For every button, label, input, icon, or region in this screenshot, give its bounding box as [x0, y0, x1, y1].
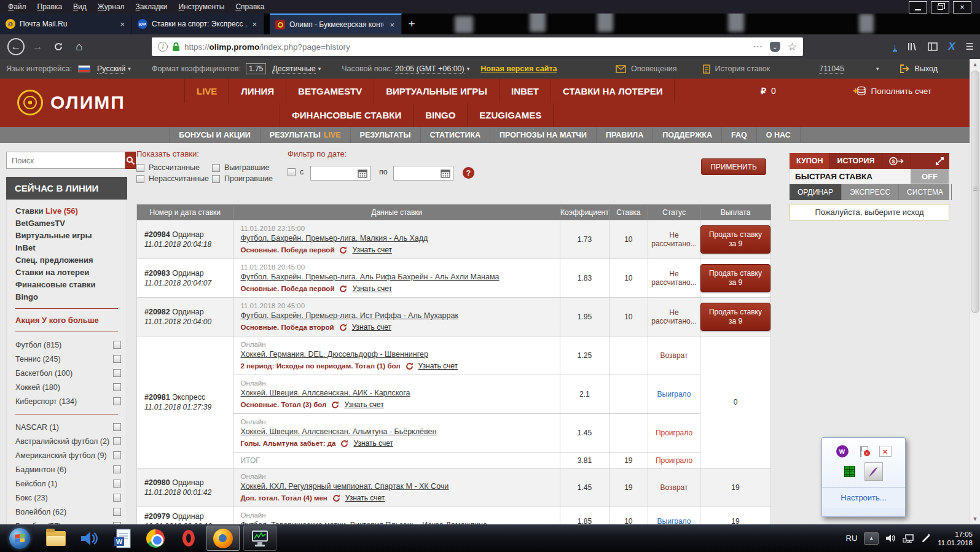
extension-x-icon[interactable]: X [948, 41, 955, 53]
menubar-item-инструменты[interactable]: Инструменты [173, 1, 230, 12]
back-button[interactable]: ← [5, 34, 27, 59]
taskbar-opera[interactable] [172, 524, 205, 552]
event-link[interactable]: Хоккей. Швеция. Аллсвенскан. АИК - Карлс… [240, 389, 410, 397]
subnav-прогнозы-на-матчи[interactable]: ПРОГНОЗЫ НА МАТЧИ [490, 127, 597, 143]
know-score-link[interactable]: Узнать счет [352, 323, 391, 332]
taskbar-explorer[interactable] [39, 524, 73, 552]
feather-pen-icon[interactable] [864, 462, 883, 481]
taskbar-chrome[interactable] [139, 524, 172, 552]
forward-button[interactable]: → [28, 34, 47, 59]
checkbox[interactable] [212, 175, 220, 183]
subnav-результаты[interactable]: РЕЗУЛЬТАТЫ [351, 127, 421, 143]
configure-link[interactable]: Настроить... [822, 488, 905, 508]
sidebar-toggle-icon[interactable] [928, 42, 938, 52]
library-icon[interactable] [907, 42, 917, 52]
search-button[interactable] [125, 152, 136, 169]
main-nav-live[interactable]: LIVE [184, 79, 229, 103]
green-grid-icon[interactable] [844, 466, 855, 477]
tab-coupon[interactable]: КУПОН [790, 153, 830, 169]
sidebar-link[interactable]: Bingo [7, 290, 127, 303]
subnav-поддержка[interactable]: ПОДДЕРЖКА [653, 127, 722, 143]
downloads-icon[interactable]: ↓ [893, 42, 898, 52]
url-bar[interactable]: i https://olimp.promo/index.php?page=his… [152, 37, 803, 56]
expand-icon[interactable] [935, 157, 949, 166]
know-score-link[interactable]: Узнать счет [344, 400, 383, 409]
sidebar-link[interactable]: Финансовые ставки [7, 278, 127, 290]
sport-link[interactable]: Австралийский футбол (2) [15, 437, 109, 446]
sidebar-link[interactable]: InBet [7, 241, 127, 254]
minimize-button[interactable] [909, 1, 927, 14]
refresh-icon[interactable] [332, 494, 340, 502]
taskbar-firefox-active[interactable] [206, 526, 240, 551]
taskbar-volume-app[interactable] [73, 524, 106, 552]
date-from-input[interactable] [310, 166, 370, 181]
browser-tab[interactable]: КФСтавки на спорт: Экспресс , О× [132, 14, 264, 34]
restore-button[interactable] [931, 1, 949, 14]
sport-link[interactable]: Футбол (815) [15, 341, 61, 349]
know-score-link[interactable]: Узнать счет [345, 494, 385, 502]
sell-bet-button[interactable]: Продать ставку за 9 [700, 303, 770, 331]
language-select[interactable]: Русский [97, 64, 125, 74]
main-nav-bingo[interactable]: BINGO [414, 103, 468, 127]
page-scrollbar[interactable]: ▲ ▼ [970, 59, 980, 524]
sport-link[interactable]: Хоккей (180) [15, 383, 60, 392]
tray-show-hidden-icons[interactable]: ▲ [864, 532, 879, 545]
reload-button[interactable] [49, 34, 68, 59]
new-tab-button[interactable]: + [402, 14, 421, 34]
subnav-статистика[interactable]: СТАТИСТИКА [421, 127, 491, 143]
sell-bet-button[interactable]: Продать ставку за 9 [700, 225, 770, 254]
know-score-link[interactable]: Узнать счет [353, 439, 393, 448]
sidebar-link[interactable]: Спец. предложения [7, 254, 127, 266]
main-nav-линия[interactable]: ЛИНИЯ [229, 79, 286, 103]
bookmark-star-icon[interactable]: ☆ [788, 41, 797, 53]
home-button[interactable]: ⌂ [70, 34, 88, 59]
refresh-icon[interactable] [340, 440, 348, 448]
menu-hamburger-icon[interactable]: ☰ [966, 41, 974, 52]
apply-button[interactable]: ПРИМЕНИТЬ [701, 158, 766, 175]
subnav-бонусы-и-акции[interactable]: БОНУСЫ И АКЦИИ [169, 127, 260, 143]
checkbox[interactable] [113, 383, 121, 391]
logout-link[interactable]: Выход [915, 64, 938, 73]
know-score-link[interactable]: Узнать счет [352, 246, 391, 254]
coupon-type-ординар[interactable]: ОРДИНАР [790, 184, 842, 200]
subnav-результаты[interactable]: РЕЗУЛЬТАТЫLIVE [261, 127, 351, 143]
subnav-faq[interactable]: FAQ [722, 127, 757, 143]
main-nav-betgamestv[interactable]: BETGAMESTV [286, 79, 374, 103]
olimp-logo[interactable]: ОЛИМП [17, 90, 125, 115]
checkbox[interactable] [136, 164, 144, 172]
event-link[interactable]: Хоккей. КХЛ. Регулярный чемпионат. Спарт… [240, 482, 449, 491]
deposit-button[interactable]: Пополнить счет [853, 79, 931, 103]
search-input[interactable] [6, 152, 125, 169]
checkbox[interactable] [113, 451, 121, 459]
checkbox[interactable] [113, 355, 121, 363]
menubar-item-вид[interactable]: Вид [68, 1, 92, 12]
refresh-icon[interactable] [339, 246, 347, 254]
menubar-item-закладки[interactable]: Закладки [130, 1, 173, 12]
tray-language[interactable]: RU [846, 534, 858, 543]
event-link[interactable]: Футбол. Бахрейн. Премьер-лига. Ист Риффа… [240, 311, 458, 320]
main-nav-ставки-на-лотереи[interactable]: СТАВКИ НА ЛОТЕРЕИ [551, 79, 675, 103]
date-to-input[interactable] [393, 166, 453, 181]
sell-bet-button[interactable]: Продать ставку за 9 [700, 264, 770, 292]
filter-unsettled[interactable]: Нерассчитанные [136, 174, 209, 183]
sport-link[interactable]: Киберспорт (134) [15, 397, 77, 406]
sport-link[interactable]: Теннис (245) [15, 355, 61, 363]
sport-link[interactable]: Американский футбол (9) [15, 451, 107, 460]
refresh-icon[interactable] [339, 324, 347, 332]
event-link[interactable]: Футбол. Бахрейн. Премьер-лига. Аль Рифа … [240, 273, 499, 281]
checkbox[interactable] [136, 175, 144, 183]
coupon-type-экспресс[interactable]: ЭКСПРЕСС [842, 184, 899, 200]
cashout-icon[interactable]: $ [882, 153, 911, 169]
menubar-item-справка[interactable]: Справка [230, 1, 270, 12]
sidebar-link[interactable]: Ставки Live (56) [7, 204, 127, 217]
tab-close-icon[interactable]: × [251, 20, 258, 29]
tray-pen-icon[interactable] [921, 534, 931, 543]
scroll-down-arrow[interactable]: ▼ [970, 514, 980, 524]
sport-link[interactable]: Бадминтон (6) [15, 465, 66, 474]
checkbox[interactable] [212, 164, 220, 172]
timezone-select[interactable]: 20:05 (GMT +06:00) [395, 64, 465, 74]
tab-history[interactable]: ИСТОРИЯ [830, 153, 882, 169]
checkbox[interactable] [113, 494, 121, 502]
scrollbar-thumb[interactable] [971, 71, 979, 313]
flag-status-icon[interactable]: × [858, 445, 870, 457]
